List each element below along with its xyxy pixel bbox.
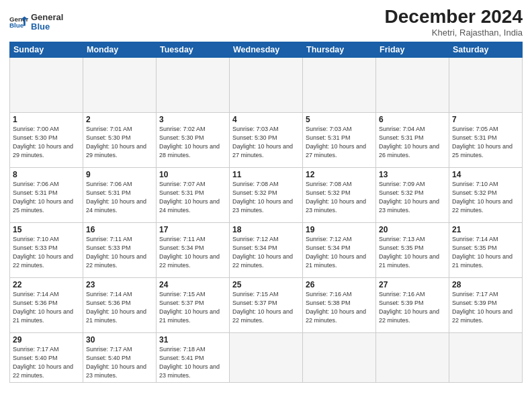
day-info: Sunrise: 7:11 AMSunset: 5:34 PMDaylight:… (159, 235, 226, 270)
day-info: Sunrise: 7:10 AMSunset: 5:33 PMDaylight:… (13, 235, 80, 270)
table-row: 7 Sunrise: 7:05 AMSunset: 5:31 PMDayligh… (449, 112, 523, 167)
table-row: 14 Sunrise: 7:10 AMSunset: 5:32 PMDaylig… (449, 167, 523, 222)
day-number: 24 (159, 280, 226, 289)
table-row: 21 Sunrise: 7:14 AMSunset: 5:35 PMDaylig… (449, 222, 523, 277)
day-number: 12 (306, 170, 373, 179)
table-row: 29 Sunrise: 7:17 AMSunset: 5:40 PMDaylig… (10, 332, 83, 382)
day-number: 6 (379, 115, 446, 124)
table-row: 28 Sunrise: 7:17 AMSunset: 5:39 PMDaylig… (449, 277, 523, 332)
day-number: 9 (86, 170, 153, 179)
day-number: 29 (13, 335, 80, 345)
calendar-table: Sunday Monday Tuesday Wednesday Thursday… (9, 42, 523, 383)
table-row: 13 Sunrise: 7:09 AMSunset: 5:32 PMDaylig… (376, 167, 449, 222)
day-number: 19 (306, 225, 373, 234)
day-info: Sunrise: 7:16 AMSunset: 5:39 PMDaylight:… (379, 290, 446, 325)
table-row: 2 Sunrise: 7:01 AMSunset: 5:30 PMDayligh… (83, 112, 157, 167)
day-info: Sunrise: 7:08 AMSunset: 5:32 PMDaylight:… (232, 180, 300, 215)
col-monday: Monday (83, 42, 157, 57)
day-info: Sunrise: 7:06 AMSunset: 5:31 PMDaylight:… (13, 180, 80, 215)
table-row (157, 57, 230, 112)
month-title: December 2024 (385, 7, 523, 28)
table-row: 25 Sunrise: 7:15 AMSunset: 5:37 PMDaylig… (230, 277, 303, 332)
calendar-week-row (10, 57, 523, 112)
day-number: 17 (159, 225, 226, 234)
day-number: 1 (13, 115, 80, 124)
col-friday: Friday (376, 42, 449, 57)
table-row: 24 Sunrise: 7:15 AMSunset: 5:37 PMDaylig… (157, 277, 230, 332)
table-row: 27 Sunrise: 7:16 AMSunset: 5:39 PMDaylig… (376, 277, 449, 332)
table-row (303, 57, 376, 112)
day-number: 11 (232, 170, 300, 179)
day-info: Sunrise: 7:04 AMSunset: 5:31 PMDaylight:… (379, 125, 446, 160)
table-row: 18 Sunrise: 7:12 AMSunset: 5:34 PMDaylig… (230, 222, 303, 277)
table-row: 10 Sunrise: 7:07 AMSunset: 5:31 PMDaylig… (157, 167, 230, 222)
day-number: 27 (379, 280, 446, 289)
table-row: 11 Sunrise: 7:08 AMSunset: 5:32 PMDaylig… (230, 167, 303, 222)
calendar-week-row: 29 Sunrise: 7:17 AMSunset: 5:40 PMDaylig… (10, 332, 523, 382)
day-info: Sunrise: 7:03 AMSunset: 5:31 PMDaylight:… (306, 125, 373, 160)
table-row: 6 Sunrise: 7:04 AMSunset: 5:31 PMDayligh… (376, 112, 449, 167)
calendar-week-row: 1 Sunrise: 7:00 AMSunset: 5:30 PMDayligh… (10, 112, 523, 167)
table-row: 4 Sunrise: 7:03 AMSunset: 5:30 PMDayligh… (230, 112, 303, 167)
table-row: 9 Sunrise: 7:06 AMSunset: 5:31 PMDayligh… (83, 167, 157, 222)
day-info: Sunrise: 7:12 AMSunset: 5:34 PMDaylight:… (232, 235, 300, 270)
day-info: Sunrise: 7:12 AMSunset: 5:34 PMDaylight:… (306, 235, 373, 270)
table-row (449, 57, 523, 112)
day-info: Sunrise: 7:11 AMSunset: 5:33 PMDaylight:… (86, 235, 153, 270)
day-number: 28 (452, 280, 519, 289)
table-row (376, 332, 449, 382)
col-thursday: Thursday (303, 42, 376, 57)
table-row: 12 Sunrise: 7:08 AMSunset: 5:32 PMDaylig… (303, 167, 376, 222)
day-info: Sunrise: 7:10 AMSunset: 5:32 PMDaylight:… (452, 180, 519, 215)
day-info: Sunrise: 7:15 AMSunset: 5:37 PMDaylight:… (232, 290, 300, 325)
day-info: Sunrise: 7:17 AMSunset: 5:39 PMDaylight:… (452, 290, 519, 325)
table-row: 1 Sunrise: 7:00 AMSunset: 5:30 PMDayligh… (10, 112, 83, 167)
day-number: 30 (86, 335, 153, 345)
day-number: 13 (379, 170, 446, 179)
table-row: 17 Sunrise: 7:11 AMSunset: 5:34 PMDaylig… (157, 222, 230, 277)
day-info: Sunrise: 7:14 AMSunset: 5:36 PMDaylight:… (86, 290, 153, 325)
table-row: 26 Sunrise: 7:16 AMSunset: 5:38 PMDaylig… (303, 277, 376, 332)
day-info: Sunrise: 7:15 AMSunset: 5:37 PMDaylight:… (159, 290, 226, 325)
day-number: 3 (159, 115, 226, 124)
day-info: Sunrise: 7:01 AMSunset: 5:30 PMDaylight:… (86, 125, 153, 160)
table-row (83, 57, 157, 112)
col-sunday: Sunday (10, 42, 83, 57)
day-number: 22 (13, 280, 80, 289)
title-block: December 2024 Khetri, Rajasthan, India (385, 7, 523, 38)
table-row (303, 332, 376, 382)
day-info: Sunrise: 7:17 AMSunset: 5:40 PMDaylight:… (86, 345, 153, 380)
day-info: Sunrise: 7:08 AMSunset: 5:32 PMDaylight:… (306, 180, 373, 215)
svg-text:Blue: Blue (9, 21, 24, 29)
day-number: 4 (232, 115, 300, 124)
table-row (449, 332, 523, 382)
day-info: Sunrise: 7:18 AMSunset: 5:41 PMDaylight:… (159, 345, 226, 380)
logo-blue: Blue (31, 22, 63, 32)
day-info: Sunrise: 7:14 AMSunset: 5:36 PMDaylight:… (13, 290, 80, 325)
day-number: 7 (452, 115, 519, 124)
table-row: 15 Sunrise: 7:10 AMSunset: 5:33 PMDaylig… (10, 222, 83, 277)
day-number: 8 (13, 170, 80, 179)
day-number: 20 (379, 225, 446, 234)
day-info: Sunrise: 7:06 AMSunset: 5:31 PMDaylight:… (86, 180, 153, 215)
day-number: 18 (232, 225, 300, 234)
day-info: Sunrise: 7:03 AMSunset: 5:30 PMDaylight:… (232, 125, 300, 160)
day-info: Sunrise: 7:16 AMSunset: 5:38 PMDaylight:… (306, 290, 373, 325)
day-info: Sunrise: 7:13 AMSunset: 5:35 PMDaylight:… (379, 235, 446, 270)
location: Khetri, Rajasthan, India (385, 28, 523, 38)
day-number: 10 (159, 170, 226, 179)
day-number: 25 (232, 280, 300, 289)
table-row: 22 Sunrise: 7:14 AMSunset: 5:36 PMDaylig… (10, 277, 83, 332)
day-number: 14 (452, 170, 519, 179)
day-number: 26 (306, 280, 373, 289)
table-row (230, 332, 303, 382)
day-info: Sunrise: 7:00 AMSunset: 5:30 PMDaylight:… (13, 125, 80, 160)
table-row: 19 Sunrise: 7:12 AMSunset: 5:34 PMDaylig… (303, 222, 376, 277)
day-info: Sunrise: 7:17 AMSunset: 5:40 PMDaylight:… (13, 345, 80, 380)
table-row: 8 Sunrise: 7:06 AMSunset: 5:31 PMDayligh… (10, 167, 83, 222)
table-row: 30 Sunrise: 7:17 AMSunset: 5:40 PMDaylig… (83, 332, 157, 382)
day-info: Sunrise: 7:02 AMSunset: 5:30 PMDaylight:… (159, 125, 226, 160)
calendar-week-row: 22 Sunrise: 7:14 AMSunset: 5:36 PMDaylig… (10, 277, 523, 332)
day-info: Sunrise: 7:09 AMSunset: 5:32 PMDaylight:… (379, 180, 446, 215)
day-info: Sunrise: 7:14 AMSunset: 5:35 PMDaylight:… (452, 235, 519, 270)
